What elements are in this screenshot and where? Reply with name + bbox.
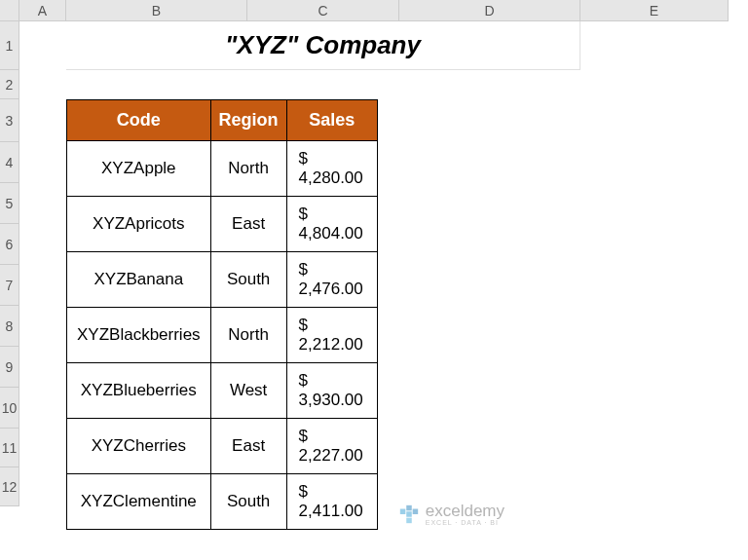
cell-region[interactable]: North: [210, 308, 286, 363]
sales-amount: 2,411.00: [299, 502, 363, 521]
currency-symbol: $: [299, 482, 308, 502]
cell-sales[interactable]: $2,411.00: [286, 474, 377, 530]
sales-amount: 2,476.00: [299, 280, 363, 299]
company-title: "XYZ" Company: [225, 30, 421, 60]
table-row: XYZAppleNorth$4,280.00: [67, 141, 378, 197]
table-row: XYZBlackberriesNorth$2,212.00: [67, 308, 378, 363]
cell-region[interactable]: West: [210, 363, 286, 419]
row-header-7[interactable]: 7: [0, 265, 19, 306]
cell-region[interactable]: South: [210, 474, 286, 530]
cell-code[interactable]: XYZApple: [67, 141, 211, 197]
cell-code[interactable]: XYZClementine: [67, 474, 211, 530]
sales-amount: 2,212.00: [299, 335, 363, 355]
currency-symbol: $: [299, 316, 308, 335]
cell-region[interactable]: North: [210, 141, 286, 197]
row-header-1[interactable]: 1: [0, 21, 19, 70]
svg-rect-2: [406, 511, 412, 517]
cell-sales[interactable]: $2,227.00: [286, 419, 377, 474]
currency-symbol: $: [299, 260, 308, 280]
cell-sales[interactable]: $3,930.00: [286, 363, 377, 419]
row-header-2[interactable]: 2: [0, 70, 19, 99]
cell-sales[interactable]: $4,280.00: [286, 141, 377, 197]
row-header-11[interactable]: 11: [0, 429, 19, 467]
data-table: Code Region Sales XYZAppleNorth$4,280.00…: [66, 99, 378, 530]
column-header-c[interactable]: C: [247, 0, 399, 21]
cell-code[interactable]: XYZApricots: [67, 197, 211, 252]
currency-symbol: $: [299, 427, 308, 446]
select-all-corner[interactable]: [0, 0, 19, 21]
table-row: XYZCherriesEast$2,227.00: [67, 419, 378, 474]
svg-rect-4: [406, 517, 412, 523]
row-headers-column: 123456789101112: [0, 21, 19, 506]
watermark: exceldemy EXCEL · DATA · BI: [398, 502, 505, 526]
currency-symbol: $: [299, 371, 308, 391]
table-row: XYZBananaSouth$2,476.00: [67, 252, 378, 308]
header-region[interactable]: Region: [210, 100, 286, 141]
cell-region[interactable]: South: [210, 252, 286, 308]
header-code[interactable]: Code: [67, 100, 211, 141]
cell-sales[interactable]: $4,804.00: [286, 197, 377, 252]
svg-rect-1: [406, 504, 412, 510]
column-header-b[interactable]: B: [66, 0, 247, 21]
row-header-8[interactable]: 8: [0, 306, 19, 347]
table-row: XYZClementineSouth$2,411.00: [67, 474, 378, 530]
row-header-10[interactable]: 10: [0, 388, 19, 429]
cell-code[interactable]: XYZBlueberries: [67, 363, 211, 419]
watermark-tagline: EXCEL · DATA · BI: [426, 519, 505, 526]
table-row: XYZApricotsEast$4,804.00: [67, 197, 378, 252]
table-header-row: Code Region Sales: [67, 100, 378, 141]
cell-code[interactable]: XYZBlackberries: [67, 308, 211, 363]
sales-amount: 4,804.00: [299, 224, 363, 243]
row-header-9[interactable]: 9: [0, 347, 19, 388]
header-sales[interactable]: Sales: [286, 100, 377, 141]
row-header-5[interactable]: 5: [0, 183, 19, 224]
cell-region[interactable]: East: [210, 197, 286, 252]
svg-rect-3: [412, 508, 418, 514]
sales-amount: 3,930.00: [299, 391, 363, 410]
table-row: XYZBlueberriesWest$3,930.00: [67, 363, 378, 419]
row-header-6[interactable]: 6: [0, 224, 19, 265]
column-header-e[interactable]: E: [580, 0, 729, 21]
cell-sales[interactable]: $2,212.00: [286, 308, 377, 363]
row-header-3[interactable]: 3: [0, 99, 19, 142]
column-header-a[interactable]: A: [19, 0, 66, 21]
currency-symbol: $: [299, 149, 308, 168]
sales-amount: 2,227.00: [299, 446, 363, 466]
row-header-4[interactable]: 4: [0, 142, 19, 183]
exceldemy-logo-icon: [398, 504, 420, 525]
cell-code[interactable]: XYZBanana: [67, 252, 211, 308]
cell-region[interactable]: East: [210, 419, 286, 474]
cell-code[interactable]: XYZCherries: [67, 419, 211, 474]
watermark-brand: exceldemy: [426, 502, 505, 521]
sales-amount: 4,280.00: [299, 168, 363, 188]
cell-sales[interactable]: $2,476.00: [286, 252, 377, 308]
currency-symbol: $: [299, 205, 308, 224]
row-header-12[interactable]: 12: [0, 467, 19, 506]
column-headers-row: ABCDE: [19, 0, 729, 21]
column-header-d[interactable]: D: [399, 0, 580, 21]
title-cell[interactable]: "XYZ" Company: [66, 21, 580, 70]
svg-rect-0: [400, 508, 406, 514]
